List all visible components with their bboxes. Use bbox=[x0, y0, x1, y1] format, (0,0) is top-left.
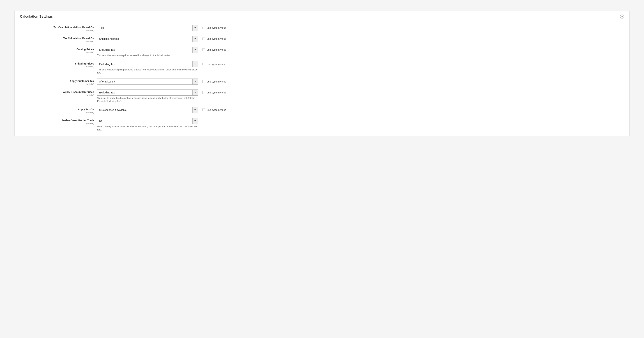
tax-calc-based-on-select[interactable]: Shipping Address bbox=[97, 36, 198, 42]
apply-customer-tax-select[interactable]: After Discount bbox=[97, 78, 198, 85]
select-value: No bbox=[99, 120, 102, 122]
select-wrap: No bbox=[97, 118, 198, 124]
select-wrap: Excluding Tax bbox=[97, 90, 198, 96]
label-col: Apply Customer Tax [website] bbox=[20, 78, 97, 86]
label-col: Apply Tax On [website] bbox=[20, 107, 97, 114]
field-tax-calc-method: Tax Calculation Method Based On [website… bbox=[20, 25, 624, 32]
control-col: Excluding Tax This sets whether catalog … bbox=[97, 47, 198, 57]
control-col: No When catalog price includes tax, enab… bbox=[97, 118, 198, 131]
field-note: Warning: To apply the discount on prices… bbox=[97, 97, 198, 103]
field-scope: [website] bbox=[20, 66, 94, 68]
select-value: Custom price if available bbox=[99, 108, 127, 112]
control-col: Excluding Tax Warning: To apply the disc… bbox=[97, 90, 198, 103]
apply-discount-on-prices-select[interactable]: Excluding Tax bbox=[97, 90, 198, 96]
field-label: Catalog Prices bbox=[20, 48, 94, 51]
sysval-col: Use system value bbox=[198, 61, 226, 67]
control-col: Excluding Tax This sets whether shipping… bbox=[97, 61, 198, 74]
field-label: Tax Calculation Method Based On bbox=[20, 26, 94, 29]
collapse-button[interactable] bbox=[620, 14, 624, 18]
select-wrap: Excluding Tax bbox=[97, 47, 198, 53]
control-col: Custom price if available bbox=[97, 107, 198, 113]
use-system-value-label[interactable]: Use system value bbox=[206, 80, 226, 83]
select-value: Excluding Tax bbox=[99, 91, 115, 94]
label-col: Catalog Prices [website] bbox=[20, 47, 97, 54]
field-scope: [website] bbox=[20, 40, 94, 43]
catalog-prices-select[interactable]: Excluding Tax bbox=[97, 47, 198, 53]
select-value: Excluding Tax bbox=[99, 63, 115, 66]
select-wrap: Excluding Tax bbox=[97, 61, 198, 67]
field-tax-calc-based-on: Tax Calculation Based On [website] Shipp… bbox=[20, 36, 624, 43]
select-wrap: Custom price if available bbox=[97, 107, 198, 113]
field-scope: [website] bbox=[20, 122, 94, 125]
use-system-value-label[interactable]: Use system value bbox=[206, 63, 226, 66]
control-col: Total bbox=[97, 25, 198, 31]
label-col: Tax Calculation Based On [website] bbox=[20, 36, 97, 43]
field-label: Apply Tax On bbox=[20, 108, 94, 111]
use-system-value-label[interactable]: Use system value bbox=[206, 26, 226, 29]
use-system-value-label[interactable]: Use system value bbox=[206, 108, 226, 112]
apply-tax-on-select[interactable]: Custom price if available bbox=[97, 107, 198, 113]
field-label: Apply Customer Tax bbox=[20, 80, 94, 83]
calculation-settings-panel: Calculation Settings Tax Calculation Met… bbox=[14, 11, 630, 136]
field-label: Enable Cross Border Trade bbox=[20, 119, 94, 122]
use-system-value-checkbox[interactable] bbox=[202, 48, 205, 51]
sysval-col: Use system value bbox=[198, 90, 226, 96]
field-catalog-prices: Catalog Prices [website] Excluding Tax T… bbox=[20, 47, 624, 57]
field-scope: [website] bbox=[20, 111, 94, 114]
field-shipping-prices: Shipping Prices [website] Excluding Tax … bbox=[20, 61, 624, 74]
select-value: Total bbox=[99, 26, 104, 29]
field-apply-tax-on: Apply Tax On [website] Custom price if a… bbox=[20, 107, 624, 114]
control-col: Shipping Address bbox=[97, 36, 198, 42]
select-wrap: After Discount bbox=[97, 78, 198, 85]
select-wrap: Total bbox=[97, 25, 198, 31]
sysval-col: Use system value bbox=[198, 25, 226, 31]
field-enable-cross-border: Enable Cross Border Trade [website] No W… bbox=[20, 118, 624, 131]
label-col: Apply Discount On Prices [website] bbox=[20, 90, 97, 96]
select-value: After Discount bbox=[99, 80, 115, 83]
sysval-col: Use system value bbox=[198, 107, 226, 113]
enable-cross-border-select[interactable]: No bbox=[97, 118, 198, 124]
field-label: Shipping Prices bbox=[20, 62, 94, 65]
panel-header: Calculation Settings bbox=[20, 14, 624, 18]
field-scope: [website] bbox=[20, 51, 94, 54]
field-label: Apply Discount On Prices bbox=[20, 90, 94, 94]
panel-title: Calculation Settings bbox=[20, 14, 53, 18]
select-value: Shipping Address bbox=[99, 38, 119, 40]
field-label: Tax Calculation Based On bbox=[20, 37, 94, 40]
label-col: Shipping Prices [website] bbox=[20, 61, 97, 68]
use-system-value-checkbox[interactable] bbox=[202, 108, 205, 111]
use-system-value-label[interactable]: Use system value bbox=[206, 38, 226, 40]
control-col: After Discount bbox=[97, 78, 198, 85]
use-system-value-label[interactable]: Use system value bbox=[206, 48, 226, 51]
shipping-prices-select[interactable]: Excluding Tax bbox=[97, 61, 198, 67]
field-scope: [website] bbox=[20, 83, 94, 86]
field-note: When catalog price includes tax, enable … bbox=[97, 125, 198, 131]
field-apply-discount-on-prices: Apply Discount On Prices [website] Exclu… bbox=[20, 90, 624, 103]
use-system-value-checkbox[interactable] bbox=[202, 38, 205, 40]
field-note: This sets whether shipping amounts enter… bbox=[97, 68, 198, 74]
sysval-col: Use system value bbox=[198, 36, 226, 42]
use-system-value-checkbox[interactable] bbox=[202, 91, 205, 94]
field-scope: [website] bbox=[20, 94, 94, 96]
field-note: This sets whether catalog prices entered… bbox=[97, 54, 198, 57]
tax-calc-method-select[interactable]: Total bbox=[97, 25, 198, 31]
use-system-value-label[interactable]: Use system value bbox=[206, 91, 226, 94]
field-scope: [website] bbox=[20, 29, 94, 32]
chevron-up-icon bbox=[621, 16, 623, 18]
select-value: Excluding Tax bbox=[99, 48, 115, 51]
sysval-col: Use system value bbox=[198, 47, 226, 53]
use-system-value-checkbox[interactable] bbox=[202, 80, 205, 83]
use-system-value-checkbox[interactable] bbox=[202, 63, 205, 66]
field-apply-customer-tax: Apply Customer Tax [website] After Disco… bbox=[20, 78, 624, 86]
label-col: Enable Cross Border Trade [website] bbox=[20, 118, 97, 125]
label-col: Tax Calculation Method Based On [website… bbox=[20, 25, 97, 32]
sysval-col: Use system value bbox=[198, 78, 226, 85]
select-wrap: Shipping Address bbox=[97, 36, 198, 42]
use-system-value-checkbox[interactable] bbox=[202, 26, 205, 29]
